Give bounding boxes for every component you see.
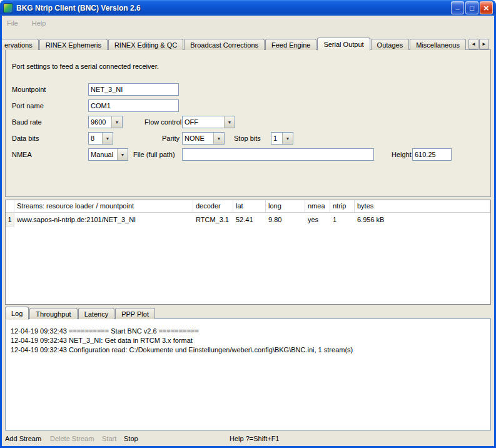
chevron-down-icon: ▼: [111, 116, 122, 128]
stop-bits-select[interactable]: 1 ▼: [271, 132, 293, 145]
nmea-label: NMEA: [12, 151, 32, 158]
file-path-input[interactable]: [182, 148, 374, 161]
tab-miscellaneous[interactable]: Miscellaneous: [410, 39, 466, 50]
minimize-button[interactable]: _: [451, 1, 464, 14]
tab-latency[interactable]: Latency: [78, 308, 115, 319]
tab-outages[interactable]: Outages: [371, 39, 410, 50]
close-button[interactable]: ×: [480, 1, 493, 14]
port-name-label: Port name: [12, 102, 44, 109]
tab-scrollers: ◄ ►: [468, 39, 489, 49]
flow-control-select[interactable]: OFF ▼: [182, 116, 235, 128]
tab-scroll-right-button[interactable]: ►: [479, 39, 489, 49]
baud-rate-select[interactable]: 9600 ▼: [88, 116, 123, 128]
tab-scroll-left-button[interactable]: ◄: [468, 39, 478, 49]
help-button[interactable]: Help ?=Shift+F1: [230, 435, 280, 442]
flow-control-value: OFF: [183, 118, 224, 126]
tab-feed-engine[interactable]: Feed Engine: [265, 39, 316, 50]
cell-decoder: RTCM_3.1: [193, 213, 233, 227]
chevron-down-icon: ▼: [213, 133, 224, 144]
data-bits-select[interactable]: 8 ▼: [88, 132, 113, 145]
header-nmea[interactable]: nmea: [305, 200, 330, 213]
header-gutter: [6, 200, 14, 213]
minimize-icon: _: [455, 4, 459, 12]
tab-rinex-ephemeris[interactable]: RINEX Ephemeris: [39, 39, 108, 50]
panel-description: Port settings to feed a serial connected…: [12, 63, 159, 70]
maximize-button[interactable]: □: [465, 1, 478, 14]
stop-bits-value: 1: [271, 135, 282, 142]
height-label: Height: [392, 151, 412, 158]
file-path-label: File (full path): [133, 151, 175, 158]
height-input[interactable]: [412, 148, 452, 161]
tab-log[interactable]: Log: [5, 307, 29, 320]
title-bar[interactable]: BKG Ntrip Client (BNC) Version 2.6 _ □ ×: [0, 0, 496, 16]
tab-ppp-plot[interactable]: PPP Plot: [115, 308, 155, 319]
cell-mountpoint: www.sapos-ni-ntrip.de:2101/NET_3_NI: [14, 213, 193, 227]
mountpoint-label: Mountpoint: [12, 86, 46, 93]
menu-bar: File Help: [2, 16, 494, 31]
log-output[interactable]: 12-04-19 09:32:43 ========== Start BNC v…: [5, 318, 491, 430]
window-title: BKG Ntrip Client (BNC) Version 2.6: [16, 4, 451, 13]
parity-select[interactable]: NONE ▼: [182, 132, 225, 145]
tab-rinex-editing-qc[interactable]: RINEX Editing & QC: [108, 39, 183, 50]
menu-help[interactable]: Help: [32, 19, 46, 27]
scroll-left-icon: ◄: [471, 41, 476, 47]
flow-control-label: Flow control: [144, 118, 181, 126]
header-long[interactable]: long: [266, 200, 305, 213]
parity-value: NONE: [183, 135, 213, 142]
port-name-input[interactable]: [88, 99, 179, 112]
tab-serial-output[interactable]: Serial Output: [317, 38, 370, 51]
delete-stream-button[interactable]: Delete Stream: [50, 435, 94, 442]
footer-bar: Add Stream Delete Stream Start Stop Help…: [2, 430, 494, 446]
parity-label: Parity: [162, 135, 180, 142]
stop-button[interactable]: Stop: [124, 435, 138, 442]
add-stream-button[interactable]: Add Stream: [5, 435, 41, 442]
window-controls: _ □ ×: [451, 1, 493, 14]
log-line: 12-04-19 09:32:43 ========== Start BNC v…: [11, 327, 490, 336]
cell-ntrip: 1: [330, 213, 355, 227]
app-window: BKG Ntrip Client (BNC) Version 2.6 _ □ ×…: [0, 0, 496, 448]
start-button[interactable]: Start: [102, 435, 116, 442]
streams-table: Streams: resource loader / mountpoint de…: [5, 200, 491, 305]
bottom-tab-bar: Log Throughput Latency PPP Plot: [5, 306, 156, 319]
streams-header-row: Streams: resource loader / mountpoint de…: [6, 200, 490, 213]
nmea-value: Manual: [89, 151, 117, 158]
mountpoint-input[interactable]: [88, 83, 179, 96]
baud-rate-value: 9600: [89, 118, 111, 126]
chevron-down-icon: ▼: [102, 133, 113, 144]
app-icon: [3, 3, 13, 13]
cell-lat: 52.41: [233, 213, 266, 227]
chevron-down-icon: ▼: [224, 116, 235, 128]
menu-file[interactable]: File: [7, 19, 18, 27]
header-mountpoint[interactable]: Streams: resource loader / mountpoint: [14, 200, 193, 213]
nmea-select[interactable]: Manual ▼: [88, 148, 128, 161]
data-bits-value: 8: [89, 135, 102, 142]
baud-rate-label: Baud rate: [12, 118, 42, 126]
log-line: 12-04-19 09:32:43 Configuration read: C:…: [11, 345, 490, 355]
chevron-down-icon: ▼: [117, 149, 128, 160]
maximize-icon: □: [470, 4, 474, 12]
cell-nmea: yes: [305, 213, 330, 227]
tab-throughput[interactable]: Throughput: [29, 308, 77, 319]
cell-long: 9.80: [266, 213, 305, 227]
tab-observations[interactable]: ervations: [2, 39, 39, 50]
tab-broadcast-corrections[interactable]: Broadcast Corrections: [184, 39, 265, 50]
stop-bits-label: Stop bits: [234, 135, 261, 142]
log-line: 12-04-19 09:32:43 NET_3_NI: Get data in …: [11, 336, 490, 345]
table-row[interactable]: 1 www.sapos-ni-ntrip.de:2101/NET_3_NI RT…: [6, 213, 490, 227]
header-decoder[interactable]: decoder: [193, 200, 233, 213]
client-area: File Help ervations RINEX Ephemeris RINE…: [2, 16, 494, 446]
cell-bytes: 6.956 kB: [355, 213, 490, 227]
header-lat[interactable]: lat: [233, 200, 266, 213]
data-bits-label: Data bits: [12, 135, 39, 142]
header-bytes[interactable]: bytes: [355, 200, 490, 213]
serial-output-panel: Port settings to feed a serial connected…: [5, 49, 491, 197]
row-number: 1: [6, 213, 14, 227]
main-tab-bar: ervations RINEX Ephemeris RINEX Editing …: [2, 37, 494, 50]
close-icon: ×: [483, 3, 489, 13]
scroll-right-icon: ►: [482, 41, 487, 47]
chevron-down-icon: ▼: [282, 133, 293, 144]
header-ntrip[interactable]: ntrip: [330, 200, 355, 213]
